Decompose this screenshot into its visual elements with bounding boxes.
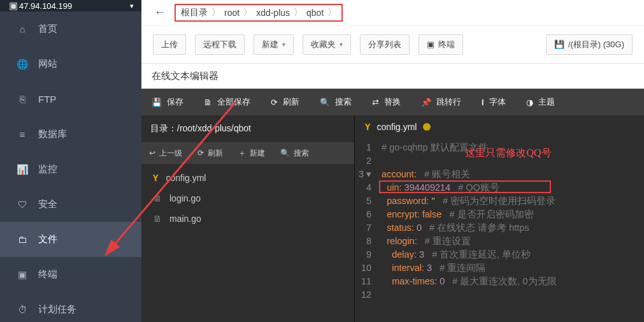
sidebar-item-label: 安全 xyxy=(38,198,57,210)
code-line[interactable]: encrypt: false # 是否开启密码加密 xyxy=(382,208,556,221)
sidebar-item-label: 首页 xyxy=(38,23,57,35)
dirty-indicator-icon xyxy=(423,123,431,131)
file-list: Yconfig.yml🗎login.go🗎main.go xyxy=(141,164,354,322)
chevron-right-icon: 〉 xyxy=(211,7,220,18)
breadcrumb[interactable]: 根目录 〉 root 〉 xdd-plus 〉 qbot 〉 xyxy=(175,4,343,22)
monitor-icon: 📊 xyxy=(17,164,28,175)
folder-icon: 🗀 xyxy=(17,234,28,245)
tree-search-button[interactable]: 🔍搜索 xyxy=(273,142,317,164)
theme-button[interactable]: ◑主题 xyxy=(516,89,565,115)
chevron-right-icon: 〉 xyxy=(243,7,252,18)
sidebar-item-home[interactable]: ⌂首页 xyxy=(0,11,141,47)
tree-new-button[interactable]: ＋新建 xyxy=(231,142,273,164)
sidebar-item-monitor[interactable]: 📊监控 xyxy=(0,152,141,187)
current-directory: 目录：/root/xdd-plus/qbot xyxy=(141,115,354,142)
font-button[interactable]: I字体 xyxy=(471,89,516,115)
terminal-icon: ▣ xyxy=(427,40,434,49)
tab-bar: Y config.yml xyxy=(355,115,644,138)
server-header[interactable]: ▣ 47.94.104.199 ▾ xyxy=(0,0,141,11)
globe-icon: 🌐 xyxy=(17,59,28,70)
replace-icon: ⇄ xyxy=(372,98,379,107)
chevron-down-icon: ▾ xyxy=(340,41,343,48)
code-editor: Y config.yml 123 ▾456789101112 这里只需修改QQ号… xyxy=(355,115,644,322)
code-line[interactable]: max-times: 0 # 最大重连次数, 0为无限 xyxy=(382,275,556,288)
sidebar-item-shield[interactable]: 🛡安全 xyxy=(0,187,141,222)
remote-download-button[interactable]: 远程下载 xyxy=(195,34,245,55)
code-line[interactable] xyxy=(382,288,556,302)
share-list-button[interactable]: 分享列表 xyxy=(360,34,410,55)
terminal-button[interactable]: ▣终端 xyxy=(419,34,463,55)
pin-icon: 📌 xyxy=(421,98,431,107)
sidebar-item-label: 监控 xyxy=(38,163,57,175)
sidebar-item-label: 计划任务 xyxy=(38,304,76,316)
editor-toolbar: 💾保存 🗎全部保存 ⟳刷新 🔍搜索 ⇄替换 📌跳转行 I字体 ◑主题 xyxy=(141,89,644,115)
terminal-icon: ▣ xyxy=(17,269,28,281)
code-body[interactable]: 123 ▾456789101112 这里只需修改QQ号 # go-cqhttp … xyxy=(355,138,644,322)
annotation-text: 这里只需修改QQ号 xyxy=(465,146,551,159)
main-panel: ← 根目录 〉 root 〉 xdd-plus 〉 qbot 〉 上传 远程下载… xyxy=(141,0,644,322)
disk-icon: 💾 xyxy=(554,40,564,49)
refresh-button[interactable]: ⟳刷新 xyxy=(261,89,310,115)
yaml-icon: Y xyxy=(153,173,158,183)
chevron-right-icon: 〉 xyxy=(294,7,303,18)
sidebar-item-task[interactable]: ⏱计划任务 xyxy=(0,292,141,322)
save-icon: 💾 xyxy=(152,98,162,107)
file-icon: 🗎 xyxy=(153,214,162,224)
theme-icon: ◑ xyxy=(526,98,533,107)
save-button[interactable]: 💾保存 xyxy=(141,89,194,115)
sidebar-item-terminal[interactable]: ▣终端 xyxy=(0,257,141,292)
breadcrumb-segment[interactable]: qbot xyxy=(306,8,324,18)
breadcrumb-segment[interactable]: 根目录 xyxy=(181,7,208,18)
favorites-button[interactable]: 收藏夹▾ xyxy=(303,34,351,55)
search-button[interactable]: 🔍搜索 xyxy=(310,89,362,115)
server-ip: 47.94.104.199 xyxy=(19,1,72,11)
chevron-right-icon: 〉 xyxy=(327,7,336,18)
code-line[interactable]: delay: 3 # 首次重连延迟, 单位秒 xyxy=(382,248,556,261)
file-row[interactable]: Yconfig.yml xyxy=(141,168,354,188)
save-all-button[interactable]: 🗎全部保存 xyxy=(194,89,261,115)
sidebar-item-db[interactable]: ≡数据库 xyxy=(0,117,141,152)
file-row[interactable]: 🗎login.go xyxy=(141,188,354,209)
code-line[interactable]: status: 0 # 在线状态 请参考 https xyxy=(382,221,556,235)
db-icon: ≡ xyxy=(17,129,28,140)
file-name: main.go xyxy=(169,214,201,224)
shield-icon: 🛡 xyxy=(17,199,28,210)
disk-selector-button[interactable]: 💾/(根目录) (30G) xyxy=(546,34,633,55)
sidebar-item-label: FTP xyxy=(38,94,56,105)
up-dir-button[interactable]: ↩上一级 xyxy=(141,142,190,164)
code-line[interactable]: password: '' # 密码为空时使用扫码登录 xyxy=(382,194,556,208)
chevron-down-icon: ▾ xyxy=(282,41,285,48)
chevron-down-icon: ▾ xyxy=(130,2,134,10)
code-line[interactable]: account: # 账号相关 xyxy=(382,168,556,181)
code-line[interactable]: relogin: # 重连设置 xyxy=(382,235,556,248)
file-row[interactable]: 🗎main.go xyxy=(141,209,354,229)
sidebar-item-label: 数据库 xyxy=(38,128,67,140)
file-icon: 🗎 xyxy=(153,193,162,203)
font-icon: I xyxy=(482,98,484,107)
sidebar-item-folder[interactable]: 🗀文件 xyxy=(0,222,141,257)
code-line[interactable]: interval: 3 # 重连间隔 xyxy=(382,261,556,275)
sidebar-item-label: 文件 xyxy=(38,233,57,245)
refresh-icon: ⟳ xyxy=(197,149,204,157)
goto-line-button[interactable]: 📌跳转行 xyxy=(411,89,471,115)
sidebar-item-ftp[interactable]: ⎘FTP xyxy=(0,82,141,117)
refresh-icon: ⟳ xyxy=(271,98,278,107)
breadcrumb-segment[interactable]: xdd-plus xyxy=(256,8,290,18)
search-icon: 🔍 xyxy=(280,149,290,157)
upload-button[interactable]: 上传 xyxy=(153,34,186,55)
tab-config[interactable]: Y config.yml xyxy=(355,115,441,138)
arrow-up-icon: ↩ xyxy=(149,149,155,157)
plus-icon: ＋ xyxy=(238,148,246,159)
replace-button[interactable]: ⇄替换 xyxy=(362,89,411,115)
code-line[interactable]: uin: 394409214 # QQ账号 xyxy=(382,181,556,194)
file-tree-panel: 目录：/root/xdd-plus/qbot ↩上一级 ⟳刷新 ＋新建 🔍搜索 … xyxy=(141,115,355,322)
breadcrumb-segment[interactable]: root xyxy=(224,8,240,18)
new-button[interactable]: 新建▾ xyxy=(254,34,294,55)
sidebar-item-label: 终端 xyxy=(38,268,57,281)
sidebar-item-globe[interactable]: 🌐网站 xyxy=(0,47,141,82)
tree-refresh-button[interactable]: ⟳刷新 xyxy=(190,142,231,164)
file-name: config.yml xyxy=(166,173,206,183)
yaml-icon: Y xyxy=(365,122,370,132)
back-icon[interactable]: ← xyxy=(149,3,171,22)
sidebar-item-label: 网站 xyxy=(38,58,57,70)
